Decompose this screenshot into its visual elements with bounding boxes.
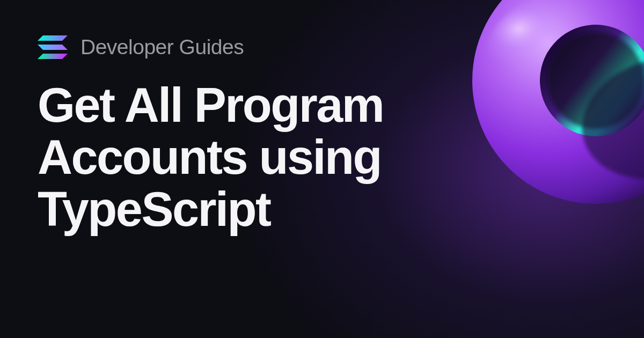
page-subtitle: Developer Guides — [80, 35, 244, 59]
svg-point-4 — [568, 41, 644, 196]
solana-logo-icon — [38, 34, 68, 60]
svg-point-2 — [537, 21, 644, 139]
header-row: Developer Guides — [38, 34, 504, 60]
svg-point-1 — [528, 12, 644, 149]
content-block: Developer Guides Get All Program Account… — [38, 34, 504, 236]
page-title: Get All Program Accounts using TypeScrip… — [38, 79, 504, 236]
